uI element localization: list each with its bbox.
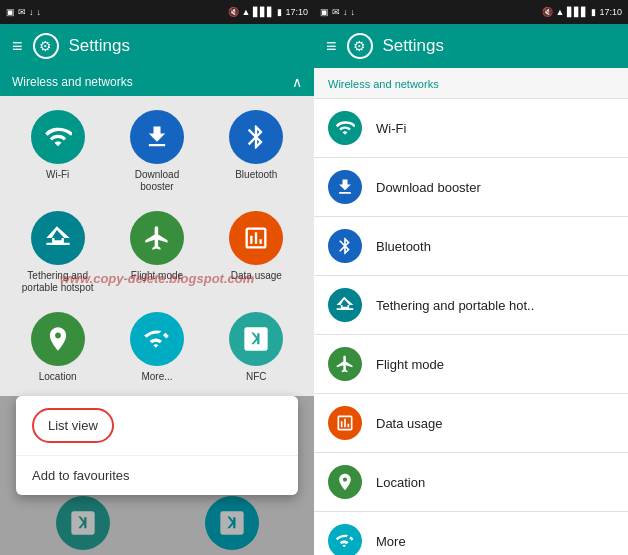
right-app-header: ≡ ⚙ Settings bbox=[314, 24, 628, 68]
right-gear-icon: ⚙ bbox=[347, 33, 373, 59]
popup-overlay: List view Add to favourites bbox=[0, 396, 314, 555]
grid-item-wifi[interactable]: Wi-Fi bbox=[17, 104, 99, 199]
list-view-oval-label[interactable]: List view bbox=[32, 408, 114, 443]
popup-add-favourites[interactable]: Add to favourites bbox=[16, 456, 298, 495]
grid-item-location[interactable]: Location bbox=[17, 306, 99, 389]
right-mail-icon: ✉ bbox=[332, 7, 340, 17]
list-flight-label: Flight mode bbox=[376, 357, 444, 372]
status-icons-right: 🔇 ▲ ▋▋▋ ▮ 17:10 bbox=[228, 7, 308, 17]
right-section-label: Wireless and networks bbox=[328, 78, 439, 90]
right-mute-icon: 🔇 bbox=[542, 7, 553, 17]
wifi-label: Wi-Fi bbox=[46, 169, 69, 181]
list-item-flight-mode[interactable]: Flight mode bbox=[314, 335, 628, 394]
list-item-data-usage[interactable]: Data usage bbox=[314, 394, 628, 453]
grid-item-more[interactable]: More... bbox=[116, 306, 198, 389]
list-location-icon bbox=[328, 465, 362, 499]
tethering-icon-circle bbox=[31, 211, 85, 265]
arrow-icon: ↓ bbox=[37, 7, 42, 17]
flight-mode-label: Flight mode bbox=[131, 270, 183, 282]
right-status-bar: ▣ ✉ ↓ ↓ 🔇 ▲ ▋▋▋ ▮ 17:10 bbox=[314, 0, 628, 24]
mail-icon: ✉ bbox=[18, 7, 26, 17]
wifi-status-icon: ▲ bbox=[242, 7, 251, 17]
left-section-label: Wireless and networks bbox=[12, 75, 133, 89]
grid-item-bluetooth[interactable]: Bluetooth bbox=[215, 104, 297, 199]
left-status-bar: ▣ ✉ ↓ ↓ 🔇 ▲ ▋▋▋ ▮ 17:10 bbox=[0, 0, 314, 24]
nfc-icon-circle bbox=[229, 312, 283, 366]
right-list-area: Wi-Fi Download booster Bluetooth Tetheri… bbox=[314, 99, 628, 555]
right-section-header: Wireless and networks bbox=[314, 68, 628, 99]
download-icon: ↓ bbox=[29, 7, 34, 17]
right-signal-icon: ▋▋▋ bbox=[567, 7, 588, 17]
left-app-header: ≡ ⚙ Settings bbox=[0, 24, 314, 68]
download-booster-icon-circle bbox=[130, 110, 184, 164]
list-wifi-label: Wi-Fi bbox=[376, 121, 406, 136]
tethering-label: Tethering and portable hotspot bbox=[21, 270, 95, 294]
grid-item-tethering[interactable]: Tethering and portable hotspot bbox=[17, 205, 99, 300]
grid-item-flight-mode[interactable]: Flight mode bbox=[116, 205, 198, 300]
grid-row-2: Tethering and portable hotspot Flight mo… bbox=[8, 205, 306, 300]
location-icon-circle bbox=[31, 312, 85, 366]
list-more-label: More bbox=[376, 534, 406, 549]
gear-icon: ⚙ bbox=[33, 33, 59, 59]
list-item-location[interactable]: Location bbox=[314, 453, 628, 512]
right-header-title: Settings bbox=[383, 36, 444, 56]
right-wifi-icon: ▲ bbox=[556, 7, 565, 17]
grid-item-nfc[interactable]: NFC bbox=[215, 306, 297, 389]
list-wifi-icon bbox=[328, 111, 362, 145]
battery-icon: ▮ bbox=[277, 7, 282, 17]
nfc-label: NFC bbox=[246, 371, 267, 383]
left-phone-panel: ▣ ✉ ↓ ↓ 🔇 ▲ ▋▋▋ ▮ 17:10 ≡ ⚙ Settings Wir… bbox=[0, 0, 314, 555]
popup-menu: List view Add to favourites bbox=[16, 396, 298, 495]
popup-list-view[interactable]: List view bbox=[16, 396, 298, 456]
bluetooth-label: Bluetooth bbox=[235, 169, 277, 181]
left-section-header[interactable]: Wireless and networks ∧ bbox=[0, 68, 314, 96]
bluetooth-icon-circle bbox=[229, 110, 283, 164]
left-header-title: Settings bbox=[69, 36, 130, 56]
right-download-icon: ↓ bbox=[343, 7, 348, 17]
mute-icon: 🔇 bbox=[228, 7, 239, 17]
time-left: 17:10 bbox=[285, 7, 308, 17]
more-label: More... bbox=[141, 371, 172, 383]
chevron-up-icon: ∧ bbox=[292, 74, 302, 90]
list-item-bluetooth[interactable]: Bluetooth bbox=[314, 217, 628, 276]
list-item-download-booster[interactable]: Download booster bbox=[314, 158, 628, 217]
list-more-icon bbox=[328, 524, 362, 555]
wifi-icon-circle bbox=[31, 110, 85, 164]
list-item-tethering[interactable]: Tethering and portable hot.. bbox=[314, 276, 628, 335]
list-tethering-label: Tethering and portable hot.. bbox=[376, 298, 534, 313]
list-location-label: Location bbox=[376, 475, 425, 490]
right-status-icons-right: 🔇 ▲ ▋▋▋ ▮ 17:10 bbox=[542, 7, 622, 17]
download-booster-label: Download booster bbox=[120, 169, 194, 193]
signal-icon: ▋▋▋ bbox=[253, 7, 274, 17]
status-icons-left: ▣ ✉ ↓ ↓ bbox=[6, 7, 41, 17]
grid-item-data-usage[interactable]: Data usage bbox=[215, 205, 297, 300]
list-item-more[interactable]: More bbox=[314, 512, 628, 555]
list-bluetooth-label: Bluetooth bbox=[376, 239, 431, 254]
list-tethering-icon bbox=[328, 288, 362, 322]
list-data-icon bbox=[328, 406, 362, 440]
grid-row-3: Location More... NFC bbox=[8, 306, 306, 389]
list-bluetooth-icon bbox=[328, 229, 362, 263]
location-label: Location bbox=[39, 371, 77, 383]
img-icon: ▣ bbox=[6, 7, 15, 17]
right-phone-panel: ▣ ✉ ↓ ↓ 🔇 ▲ ▋▋▋ ▮ 17:10 ≡ ⚙ Settings Wir… bbox=[314, 0, 628, 555]
list-data-label: Data usage bbox=[376, 416, 443, 431]
right-img-icon: ▣ bbox=[320, 7, 329, 17]
list-download-label: Download booster bbox=[376, 180, 481, 195]
more-icon-circle bbox=[130, 312, 184, 366]
list-item-wifi[interactable]: Wi-Fi bbox=[314, 99, 628, 158]
right-menu-icon[interactable]: ≡ bbox=[326, 36, 337, 57]
right-time: 17:10 bbox=[599, 7, 622, 17]
right-battery-icon: ▮ bbox=[591, 7, 596, 17]
list-flight-icon bbox=[328, 347, 362, 381]
grid-item-download-booster[interactable]: Download booster bbox=[116, 104, 198, 199]
right-status-icons-left: ▣ ✉ ↓ ↓ bbox=[320, 7, 355, 17]
menu-icon[interactable]: ≡ bbox=[12, 36, 23, 57]
data-usage-label: Data usage bbox=[231, 270, 282, 282]
flight-mode-icon-circle bbox=[130, 211, 184, 265]
list-download-icon bbox=[328, 170, 362, 204]
right-arrow-icon: ↓ bbox=[351, 7, 356, 17]
grid-row-1: Wi-Fi Download booster Bluetooth bbox=[8, 104, 306, 199]
data-usage-icon-circle bbox=[229, 211, 283, 265]
